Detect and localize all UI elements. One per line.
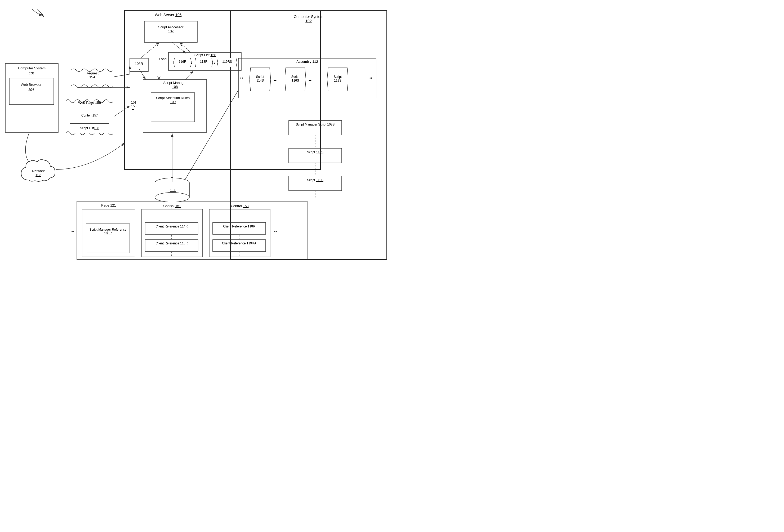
label-cr118r2: Client Reference 118R bbox=[214, 225, 264, 228]
label-cs102: Computer System102 bbox=[233, 15, 384, 23]
arrow-request-108r bbox=[114, 66, 130, 77]
arrow-108r-sm bbox=[139, 69, 146, 79]
cr114r-box bbox=[145, 222, 198, 234]
arrow-wp-151 bbox=[114, 106, 130, 116]
label-s118s: Script 118S bbox=[290, 150, 340, 154]
label-asm: Assembly 112 bbox=[240, 60, 375, 63]
label-s119s-r: Script 119S bbox=[290, 178, 340, 182]
label-db: 111 bbox=[164, 188, 181, 192]
label-cr114r: Client Reference 114R bbox=[146, 225, 197, 228]
dots-left-page: •• bbox=[71, 229, 74, 234]
label-cs101: Computer System101 bbox=[7, 66, 57, 76]
label-page121: Page 121 bbox=[83, 203, 134, 207]
label-ws: Web Server 106 bbox=[140, 13, 196, 17]
label-wb: Web Browser104 bbox=[10, 82, 52, 92]
label-sp: Script Processor107 bbox=[146, 25, 196, 33]
db-bottom bbox=[155, 193, 189, 202]
script-tag-114s: Script114S bbox=[250, 67, 271, 91]
script-tag-119rs: 119RS bbox=[217, 58, 237, 67]
label-cr118r1: Client Reference 118R bbox=[146, 242, 197, 245]
control151-box bbox=[142, 209, 203, 257]
label-load: Load bbox=[159, 57, 167, 61]
arrow-sm-sl bbox=[186, 71, 193, 79]
arrow-net-ws bbox=[56, 143, 124, 169]
network-cloud: Network103 bbox=[16, 156, 61, 189]
label-151-153: 151, 153, •• bbox=[131, 101, 137, 112]
arrow-sp-sl bbox=[172, 43, 186, 53]
label-sm: Script Manager108 bbox=[145, 81, 205, 89]
dots-asm-left: •• bbox=[274, 78, 277, 83]
script-list-inner-box: Script List 158 bbox=[70, 123, 109, 133]
cr118r2-box bbox=[213, 222, 265, 234]
script-tag-119s: Script119S bbox=[327, 67, 348, 91]
arrow-108r-sp bbox=[140, 43, 159, 58]
label-c151: Control 151 bbox=[143, 204, 201, 208]
script-tag-116s: Script116S bbox=[285, 67, 306, 91]
label-cr119ra: Client Reference 119RA bbox=[214, 242, 264, 245]
dots-asm-left: •• bbox=[240, 76, 243, 80]
dots-right-c153: •• bbox=[274, 229, 277, 234]
label-smref: Script Manager Reference108R bbox=[87, 228, 129, 235]
arrow-sl-sp bbox=[180, 43, 191, 52]
label-sms: Script Manager Script 108S bbox=[290, 122, 340, 126]
script-tag-116r: 116R bbox=[173, 58, 192, 67]
label-c153: Control 153 bbox=[211, 204, 269, 208]
dots-sl2: • bbox=[214, 61, 215, 66]
dots-asm-right: •• bbox=[369, 76, 372, 80]
arrows-100 bbox=[29, 7, 50, 18]
label-ss: Script Selection Rules109 bbox=[152, 96, 193, 104]
diagram: •• •• •• •• Computer System101 Web Brows… bbox=[0, 0, 392, 266]
dots-asm-mid: •• bbox=[309, 78, 311, 83]
content-inner-box: Content 157 bbox=[70, 111, 109, 120]
label-sl158: Script List 158 bbox=[169, 53, 241, 57]
script-tag-118r-list: 118R bbox=[195, 58, 213, 67]
request-box: Request154 bbox=[71, 67, 113, 89]
control153-box bbox=[209, 209, 270, 257]
label-108r: 108R bbox=[130, 62, 147, 66]
web-page-box: Web Page 156 Content 157 Script List 158 bbox=[66, 98, 113, 136]
